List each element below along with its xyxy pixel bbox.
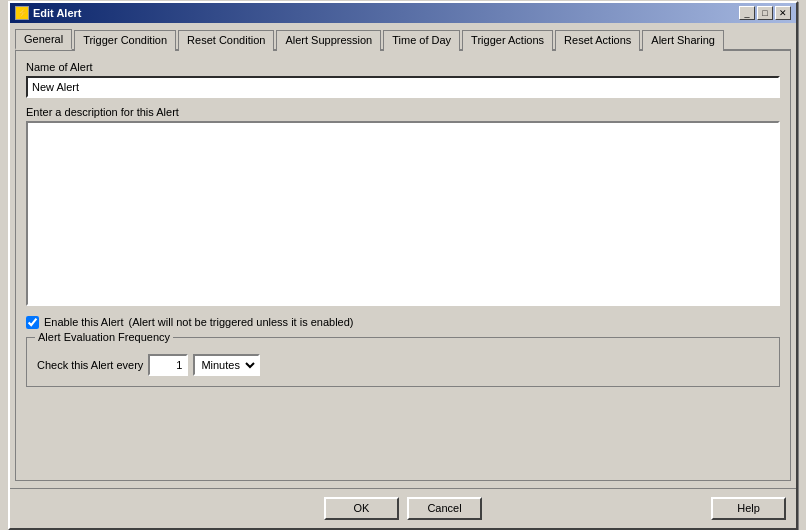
- interval-unit-select[interactable]: Minutes Hours Days: [193, 354, 260, 376]
- edit-alert-window: ⚡ Edit Alert _ □ ✕ General Trigger Condi…: [8, 1, 798, 530]
- minimize-button[interactable]: _: [739, 6, 755, 20]
- frequency-row: Check this Alert every Minutes Hours Day…: [37, 354, 769, 376]
- window-content: General Trigger Condition Reset Conditio…: [10, 23, 796, 486]
- tab-content-general: Name of Alert Enter a description for th…: [15, 51, 791, 481]
- tab-bar: General Trigger Condition Reset Conditio…: [15, 28, 791, 51]
- enable-note: (Alert will not be triggered unless it i…: [129, 316, 354, 328]
- tab-reset-condition[interactable]: Reset Condition: [178, 30, 274, 51]
- tab-time-of-day[interactable]: Time of Day: [383, 30, 460, 51]
- cancel-button[interactable]: Cancel: [407, 497, 482, 520]
- interval-input[interactable]: [148, 354, 188, 376]
- name-group: Name of Alert: [26, 61, 780, 98]
- tab-alert-sharing[interactable]: Alert Sharing: [642, 30, 724, 51]
- help-button[interactable]: Help: [711, 497, 786, 520]
- bottom-bar: OK Cancel Help: [10, 488, 796, 528]
- name-input[interactable]: [26, 76, 780, 98]
- title-bar-controls: _ □ ✕: [739, 6, 791, 20]
- maximize-button[interactable]: □: [757, 6, 773, 20]
- tab-trigger-condition[interactable]: Trigger Condition: [74, 30, 176, 51]
- check-label: Check this Alert every: [37, 359, 143, 371]
- tab-general[interactable]: General: [15, 29, 72, 50]
- tab-reset-actions[interactable]: Reset Actions: [555, 30, 640, 51]
- ok-button[interactable]: OK: [324, 497, 399, 520]
- tab-trigger-actions[interactable]: Trigger Actions: [462, 30, 553, 51]
- description-textarea[interactable]: [26, 121, 780, 306]
- description-label: Enter a description for this Alert: [26, 106, 780, 118]
- enable-label: Enable this Alert: [44, 316, 124, 328]
- description-group: Enter a description for this Alert: [26, 106, 780, 308]
- title-bar-left: ⚡ Edit Alert: [15, 6, 82, 20]
- title-bar: ⚡ Edit Alert _ □ ✕: [10, 3, 796, 23]
- frequency-group: Alert Evaluation Frequency Check this Al…: [26, 337, 780, 387]
- close-button[interactable]: ✕: [775, 6, 791, 20]
- bottom-bar-center: OK Cancel: [95, 497, 711, 520]
- window-icon: ⚡: [15, 6, 29, 20]
- name-label: Name of Alert: [26, 61, 780, 73]
- enable-checkbox[interactable]: [26, 316, 39, 329]
- window-title: Edit Alert: [33, 7, 82, 19]
- tab-alert-suppression[interactable]: Alert Suppression: [276, 30, 381, 51]
- group-title: Alert Evaluation Frequency: [35, 331, 173, 343]
- enable-row: Enable this Alert (Alert will not be tri…: [26, 316, 780, 329]
